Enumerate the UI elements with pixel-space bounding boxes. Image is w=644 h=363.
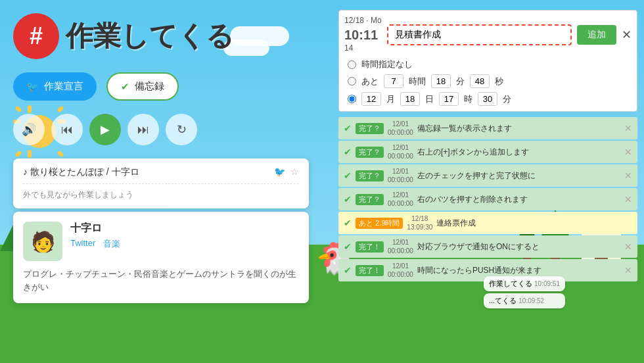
task-item: ✔ 完了？ 12/0100:00:00 右のバツを押すと削除されます ✕ [338, 188, 637, 210]
refresh-button[interactable]: ↻ [166, 114, 197, 145]
task-text-input[interactable] [387, 24, 572, 45]
task-status-1: 完了？ [356, 123, 384, 134]
after-minutes-input[interactable] [431, 74, 451, 88]
profile-name: 十字ロ [70, 222, 120, 235]
song-title: ♪ 散り桜とたんぽぽ / 十字ロ [23, 166, 139, 178]
radio-options: 時間指定なし あと 時間 分 秒 月 日 時 分 [344, 59, 632, 106]
prev-button[interactable]: ⏮ [51, 114, 83, 145]
right-panel: 12/18 · Mo 10:11 14 追加 ✕ 時間指定なし あと 時間 分 … [338, 10, 637, 281]
profile-card: 🧑 十字ロ Twitter 音楽 プログレ・チップチューン・民俗音楽とゲームのサ… [13, 212, 309, 303]
task-desc-2: 右上の[+]ボタンから追加します [417, 147, 620, 158]
task-item: ✔ 完了？ 12/0100:00:00 左のチェックを押すと完了状態に ✕ [338, 164, 637, 187]
twitter-declare-button[interactable]: 🐦 作業宣言 [13, 72, 97, 101]
twitter-share-icon[interactable]: 🐦 [274, 166, 285, 177]
task-status-7: 完了！ [356, 265, 384, 276]
specific-time-radio[interactable] [348, 95, 356, 103]
profile-bio: プログレ・チップチューン・民俗音楽とゲームのサントラを聞くのが生きがい [23, 268, 299, 293]
notif-bubble-1: 作業してくる 10:09:51 [484, 276, 565, 291]
task-status-6: 完了！ [356, 241, 384, 253]
task-desc-4: 右のバツを押すと削除されます [417, 194, 620, 205]
task-item: ✔ 完了？ 12/0100:00:00 右上の[+]ボタンから追加します ✕ [338, 141, 637, 163]
task-status-4: 完了？ [356, 194, 384, 205]
close-panel-button[interactable]: ✕ [622, 28, 632, 42]
task-item: ✔ あと 2.9時間 12/1813:09:30 連絡票作成 [338, 212, 637, 234]
check-icon: ✔ [121, 81, 129, 93]
profile-music-link[interactable]: 音楽 [103, 238, 120, 250]
task-item: ✔ 完了！ 12/0100:00:00 対応ブラウザで通知をONにすると ✕ [338, 235, 637, 258]
task-check-3[interactable]: ✔ [344, 170, 352, 181]
left-panel: # 作業してくる 🐦 作業宣言 ✔ 備忘録 🔊 ⏮ ▶ ⏭ ↻ ♪ 散り桜とたん… [13, 13, 335, 303]
task-time-3: 12/0100:00:00 [388, 167, 413, 184]
task-check-7[interactable]: ✔ [344, 265, 352, 276]
star-icon[interactable]: ☆ [290, 166, 299, 177]
play-button[interactable]: ▶ [89, 114, 121, 145]
after-time-radio[interactable] [348, 77, 356, 85]
task-desc-1: 備忘録一覧が表示されます [417, 123, 620, 134]
task-status-3: 完了？ [356, 170, 384, 182]
task-check-6[interactable]: ✔ [344, 241, 352, 252]
next-button[interactable]: ⏭ [127, 114, 159, 145]
task-time-7: 12/0100:00:00 [388, 262, 413, 279]
notification-area: 作業してくる 10:09:51 ...てくる 10:09:52 [484, 276, 565, 310]
task-delete-4[interactable]: ✕ [624, 194, 632, 205]
task-check-1[interactable]: ✔ [344, 123, 352, 133]
after-hours-input[interactable] [384, 74, 403, 88]
task-desc-6: 対応ブラウザで通知をONにすると [417, 241, 620, 253]
task-check-4[interactable]: ✔ [344, 194, 352, 205]
notif-bubble-2: ...てくる 10:09:52 [484, 293, 565, 308]
logo-area: # 作業してくる [13, 13, 335, 59]
specific-hour-input[interactable] [439, 92, 459, 106]
task-item: ✔ 完了？ 12/0100:00:00 備忘録一覧が表示されます ✕ [338, 117, 637, 139]
task-status-2: 完了？ [356, 147, 384, 158]
task-time-4: 12/0100:00:00 [388, 191, 413, 208]
song-card: ♪ 散り桜とたんぽぽ / 十字ロ 🐦 ☆ 外でも見ながら作業しましょう [13, 158, 309, 208]
task-desc-5: 連絡票作成 [436, 218, 632, 229]
volume-button[interactable]: 🔊 [13, 114, 45, 145]
task-time-2: 12/0100:00:00 [388, 143, 413, 160]
specific-day-input[interactable] [400, 92, 420, 106]
task-desc-3: 左のチェックを押すと完了状態に [417, 170, 620, 182]
task-delete-2[interactable]: ✕ [624, 147, 632, 157]
task-check-2[interactable]: ✔ [344, 147, 352, 157]
task-time-5: 12/1813:09:30 [407, 214, 432, 231]
date-display: 12/18 · Mo 10:11 14 [344, 16, 382, 53]
memo-button[interactable]: ✔ 備忘録 [106, 72, 179, 101]
task-status-5: あと 2.9時間 [356, 218, 403, 229]
task-delete-6[interactable]: ✕ [624, 241, 632, 252]
task-delete-1[interactable]: ✕ [624, 123, 632, 133]
task-delete-3[interactable]: ✕ [624, 170, 632, 181]
task-check-5[interactable]: ✔ [344, 218, 352, 228]
specific-month-input[interactable] [361, 92, 381, 106]
logo-title: 作業してくる [66, 18, 234, 55]
specific-minute-input[interactable] [478, 92, 497, 106]
song-subtitle: 外でも見ながら作業しましょう [23, 183, 299, 201]
after-seconds-input[interactable] [470, 74, 490, 88]
task-list: ✔ 完了？ 12/0100:00:00 備忘録一覧が表示されます ✕ ✔ 完了？… [338, 117, 637, 281]
task-delete-7[interactable]: ✕ [624, 265, 632, 276]
logo-hash: # [13, 13, 59, 59]
task-time-6: 12/0100:00:00 [388, 238, 413, 255]
profile-avatar: 🧑 [23, 222, 62, 261]
no-time-radio[interactable] [348, 60, 356, 69]
action-buttons: 🐦 作業宣言 ✔ 備忘録 [13, 72, 335, 101]
task-time-1: 12/0100:00:00 [388, 120, 413, 137]
twitter-icon: 🐦 [26, 81, 39, 93]
profile-twitter-link[interactable]: Twitter [70, 238, 95, 250]
task-input-area: 12/18 · Mo 10:11 14 追加 ✕ 時間指定なし あと 時間 分 … [338, 10, 637, 112]
add-task-button[interactable]: 追加 [577, 25, 616, 45]
task-desc-7: 時間になったらPUSH通知が来ます [417, 265, 620, 276]
media-controls: 🔊 ⏮ ▶ ⏭ ↻ [13, 114, 335, 145]
